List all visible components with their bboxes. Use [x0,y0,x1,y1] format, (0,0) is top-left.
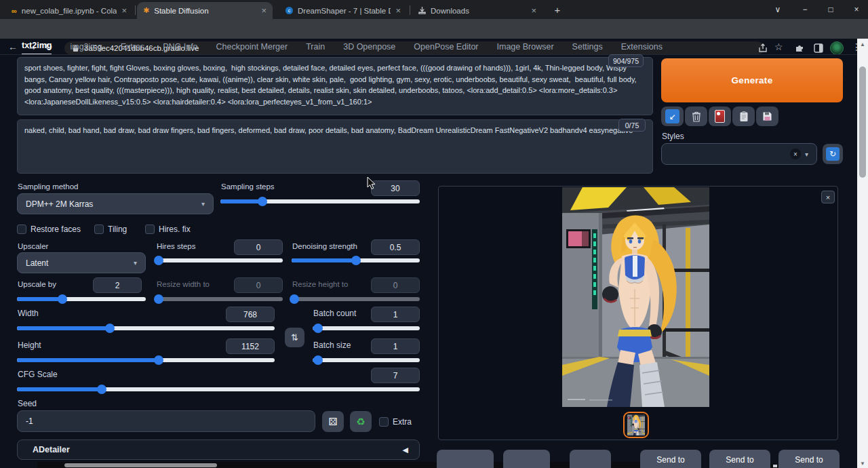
negative-prompt-input[interactable]: naked, child, bad hand, bad draw, bad dr… [17,119,653,174]
close-tab-icon[interactable]: × [121,6,127,15]
hires-steps-slider[interactable] [156,256,283,265]
download-icon [418,7,426,14]
tab-3d-openpose[interactable]: 3D Openpose [343,42,395,55]
tab-openpose-editor[interactable]: OpenPose Editor [414,42,478,55]
width-slider[interactable] [17,324,275,333]
upscale-by-label: Upscale by [18,280,56,288]
hires-fix-checkbox[interactable] [145,225,155,234]
recycle-icon: ♻ [356,416,365,428]
tab-train[interactable]: Train [306,42,325,55]
refresh-styles-button[interactable]: ↻ [823,144,843,164]
browser-tab-stable-diffusion[interactable]: ✱ Stable Diffusion × [137,2,273,19]
clear-styles-icon[interactable]: × [790,149,801,159]
upscale-by-input[interactable]: 2 [93,277,142,293]
upscale-by-slider[interactable] [17,294,146,304]
browser-tab-downloads[interactable]: Downloads × [412,2,542,19]
height-input[interactable]: 1152 [226,338,275,354]
extra-seed-label: Extra [393,417,412,427]
denoising-strength-slider[interactable] [292,256,420,265]
scrollbar-up-arrow[interactable]: ▲ [857,39,868,49]
dice-icon: ⚄ [328,416,337,428]
save-style-button[interactable] [756,106,778,126]
browser-tab-colab[interactable]: ∞ new_colab_file.ipynb - Colaborat × [5,2,133,19]
paste-params-button[interactable]: ↙ [661,106,684,126]
tab-img2img[interactable]: img2img [70,42,102,55]
tab-separator [135,5,136,15]
generated-image[interactable] [562,187,709,407]
side-panel-icon[interactable] [814,43,823,53]
close-image-button[interactable]: × [821,191,835,203]
app-tab-bar: txt2img img2img Extras PNG Info Checkpoi… [22,41,681,55]
tab-txt2img[interactable]: txt2img [22,41,52,55]
browser-tab-strip: ∞ new_colab_file.ipynb - Colaborat × ✱ S… [0,0,868,19]
swap-width-height-button[interactable]: ⇅ [285,328,304,347]
send-to-extras-button[interactable]: Send to [778,450,840,468]
scrollbar-down-arrow[interactable]: ▼ [857,459,868,468]
scrollbar-thumb[interactable] [859,66,866,178]
denoising-strength-input[interactable]: 0.5 [371,239,420,255]
adetailer-accordion[interactable]: ADetailer ◀ [17,440,420,460]
tab-extras[interactable]: Extras [121,42,144,55]
tab-extensions[interactable]: Extensions [621,42,663,55]
paste-arrow-icon: ↙ [665,109,679,123]
civitai-icon: c [285,7,293,14]
gallery-thumbnail-selected[interactable] [623,412,649,438]
width-input[interactable]: 768 [226,307,275,322]
minimize-button[interactable]: − [793,0,816,19]
browser-tab-dreamshaper[interactable]: c DreamShaper - 7 | Stable Diffusi × [279,2,407,19]
seed-input[interactable]: -1 [17,410,315,432]
close-tab-icon[interactable]: × [395,6,401,15]
restore-faces-checkbox[interactable] [17,225,26,234]
batch-count-slider[interactable] [313,324,420,333]
tab-checkpoint-merger[interactable]: Checkpoint Merger [216,42,288,55]
reuse-seed-button[interactable]: ♻ [350,411,372,432]
cfg-scale-input[interactable]: 7 [371,368,420,383]
extensions-puzzle-icon[interactable] [795,43,804,53]
sampling-method-dropdown[interactable]: DPM++ 2M Karras ▾ [17,193,214,214]
prompt-input[interactable]: sport shoes, fighter, fight, fight Glove… [17,57,653,115]
tiling-label: Tiling [108,225,127,234]
resize-width-label: Resize width to [157,280,210,288]
styles-dropdown[interactable]: × ▾ [661,143,817,165]
height-slider[interactable] [17,355,275,365]
clear-prompt-button[interactable] [685,106,707,126]
extra-networks-button[interactable] [709,106,731,126]
save-button[interactable] [437,450,494,468]
extra-seed-checkbox[interactable] [379,417,389,427]
apply-styles-button[interactable] [732,106,755,126]
sampling-steps-input[interactable]: 30 [371,180,420,196]
tab-search-chevron-icon[interactable]: ∨ [766,0,789,19]
batch-count-input[interactable]: 1 [371,307,420,322]
close-tab-icon[interactable]: × [261,6,267,15]
zip-button[interactable] [503,450,550,468]
resize-height-slider [292,294,420,304]
share-icon[interactable] [758,43,768,53]
tab-settings[interactable]: Settings [572,42,603,55]
upscaler-dropdown[interactable]: Latent ▾ [17,252,146,273]
batch-size-input[interactable]: 1 [371,338,420,354]
back-icon[interactable]: ← [8,41,18,52]
browser-tab-title: new_colab_file.ipynb - Colaborat [22,7,117,15]
upscaler-value: Latent [26,258,48,268]
send-to-inpaint-button[interactable]: Send to [709,450,770,468]
browser-address-bar: ← → ↻ 3a59ec42041dbb46cb.gradio.live ☆ ⋮ [0,19,868,39]
batch-size-slider[interactable] [313,355,420,365]
tab-png-info[interactable]: PNG Info [163,42,197,55]
hires-steps-label: Hires steps [157,242,196,250]
generate-button[interactable]: Generate [661,58,843,102]
bookmark-star-icon[interactable]: ☆ [774,41,783,52]
maximize-button[interactable]: □ [819,0,842,19]
swap-arrows-icon: ⇅ [291,332,298,343]
close-window-button[interactable]: × [845,0,868,19]
send-to-img2img-button[interactable]: Send to [640,450,701,468]
profile-avatar[interactable] [830,41,844,55]
random-seed-button[interactable]: ⚄ [322,411,344,432]
new-tab-button[interactable]: + [548,0,567,19]
close-tab-icon[interactable]: × [531,6,536,15]
hires-steps-input[interactable]: 0 [234,239,283,255]
cfg-scale-slider[interactable] [17,385,420,394]
sampling-steps-slider[interactable] [220,197,420,206]
tab-image-browser[interactable]: Image Browser [497,42,554,55]
open-folder-button[interactable] [570,450,611,468]
tiling-checkbox[interactable] [94,225,104,234]
